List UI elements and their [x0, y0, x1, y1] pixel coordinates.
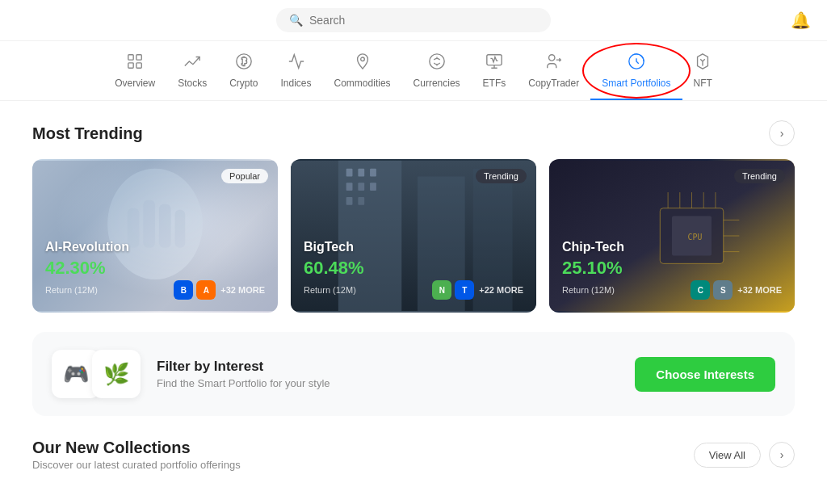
- nav-label-etfs: ETFs: [483, 78, 506, 89]
- card-name-bigtech: BigTech: [304, 240, 523, 254]
- filter-icon-nature: 🌿: [92, 350, 141, 398]
- card-badge-bigtech: Trending: [476, 169, 527, 183]
- filter-icons: 🎮 🌿: [52, 350, 141, 398]
- card-return-label-ai: Return (12M): [45, 285, 98, 295]
- card-logos-chiptech: C S: [691, 280, 733, 300]
- sidebar-item-indices[interactable]: Indices: [270, 48, 323, 94]
- filter-title: Filter by Interest: [157, 359, 619, 375]
- nav-label-crypto: Crypto: [229, 78, 258, 89]
- card-bigtech[interactable]: Trending BigTech 60.48% Return (12M) N T…: [291, 159, 536, 313]
- filter-interest-banner: 🎮 🌿 Filter by Interest Find the Smart Po…: [32, 332, 795, 416]
- card-more-chiptech: +32 MORE: [737, 285, 782, 295]
- logo-box: B: [174, 280, 193, 300]
- trending-cards-row: Popular AI-Revolution 42.30% Return (12M…: [32, 159, 795, 313]
- sidebar-item-nft[interactable]: NFT: [682, 48, 724, 94]
- svg-rect-3: [136, 63, 141, 68]
- sidebar-item-etfs[interactable]: ETFs: [472, 48, 518, 94]
- collections-text: Our New Collections Discover our latest …: [32, 439, 241, 471]
- sidebar-item-stocks[interactable]: Stocks: [166, 48, 218, 94]
- filter-text: Filter by Interest Find the Smart Portfo…: [157, 359, 619, 389]
- sidebar-item-overview[interactable]: Overview: [103, 48, 166, 94]
- overview-icon: [126, 52, 144, 74]
- logo-chip1: C: [691, 280, 710, 300]
- search-bar[interactable]: 🔍: [276, 8, 551, 32]
- card-chiptech-content: Trending Chip-Tech 25.10% Return (12M) C…: [549, 159, 795, 313]
- svg-rect-2: [128, 63, 133, 68]
- nav-label-smart-portfolios: Smart Portfolios: [602, 78, 670, 89]
- new-collections-header: Our New Collections Discover our latest …: [32, 439, 795, 471]
- card-name-chiptech: Chip-Tech: [562, 240, 782, 254]
- trending-next-button[interactable]: ›: [769, 120, 795, 146]
- sidebar-item-crypto[interactable]: Crypto: [218, 48, 269, 94]
- nav-label-copytrader: CopyTrader: [528, 78, 579, 89]
- smart-portfolios-icon: [628, 52, 645, 74]
- card-footer-chiptech: Return (12M) C S +32 MORE: [562, 280, 782, 300]
- crypto-icon: [235, 52, 253, 74]
- sidebar-item-currencies[interactable]: Currencies: [402, 48, 472, 94]
- logo-chip2: S: [713, 280, 733, 300]
- card-ai-content: Popular AI-Revolution 42.30% Return (12M…: [32, 159, 278, 313]
- card-badge-popular: Popular: [221, 169, 268, 183]
- copytrader-icon: [545, 52, 563, 74]
- card-return-label-bigtech: Return (12M): [304, 285, 356, 295]
- nav-label-commodities: Commodities: [334, 78, 391, 89]
- section-title-trending: Most Trending: [32, 124, 143, 143]
- logo-ai2: A: [196, 280, 216, 300]
- card-bigtech-content: Trending BigTech 60.48% Return (12M) N T…: [291, 159, 536, 313]
- stocks-icon: [183, 52, 201, 74]
- bell-icon[interactable]: 🔔: [791, 10, 811, 30]
- card-name-ai: AI-Revolution: [45, 240, 265, 254]
- svg-point-6: [548, 55, 554, 61]
- sidebar-item-commodities[interactable]: Commodities: [323, 48, 402, 94]
- nft-icon: [694, 52, 712, 74]
- search-icon: 🔍: [289, 14, 303, 27]
- card-chiptech[interactable]: CPU Trending Chip-Tech 25.10% Return (12…: [549, 159, 795, 313]
- commodities-icon: [354, 52, 372, 74]
- search-input[interactable]: [309, 14, 538, 27]
- etfs-icon: [485, 52, 503, 74]
- card-return-bigtech: 60.48%: [304, 258, 523, 279]
- card-ai-revolution[interactable]: Popular AI-Revolution 42.30% Return (12M…: [32, 159, 278, 313]
- svg-rect-0: [128, 55, 133, 60]
- logo-bigtech2: T: [455, 280, 474, 300]
- filter-subtitle: Find the Smart Portfolio for your style: [157, 377, 619, 389]
- sidebar-item-copytrader[interactable]: CopyTrader: [517, 48, 590, 94]
- collections-title: Our New Collections: [32, 439, 241, 457]
- view-all-button[interactable]: View All: [694, 443, 761, 468]
- navigation: Overview Stocks Crypto Indices Commoditi…: [0, 41, 827, 101]
- svg-point-4: [429, 54, 443, 69]
- collections-actions: View All ›: [694, 442, 795, 468]
- card-return-ai: 42.30%: [45, 258, 265, 279]
- logo-nvidia: N: [432, 280, 451, 300]
- card-badge-chiptech: Trending: [734, 169, 785, 183]
- currencies-icon: [428, 52, 446, 74]
- most-trending-header: Most Trending ›: [32, 120, 795, 146]
- nav-label-overview: Overview: [115, 78, 155, 89]
- choose-interests-button[interactable]: Choose Interests: [635, 357, 775, 392]
- card-logos-ai: B A: [174, 280, 216, 300]
- collections-next-button[interactable]: ›: [769, 442, 795, 468]
- card-logos-bigtech: N T: [432, 280, 474, 300]
- indices-icon: [288, 52, 305, 74]
- nav-label-currencies: Currencies: [414, 78, 460, 89]
- nav-label-indices: Indices: [281, 78, 312, 89]
- nav-label-nft: NFT: [694, 78, 712, 89]
- card-more-ai: +32 MORE: [220, 285, 265, 295]
- card-footer-ai: Return (12M) B A +32 MORE: [45, 280, 265, 300]
- sidebar-item-smart-portfolios[interactable]: Smart Portfolios: [590, 48, 682, 94]
- collections-subtitle: Discover our latest curated portfolio of…: [32, 459, 241, 471]
- card-footer-bigtech: Return (12M) N T +22 MORE: [304, 280, 523, 300]
- main-content: Most Trending › Popular AI-Revolution: [0, 101, 827, 490]
- card-more-bigtech: +22 MORE: [479, 285, 523, 295]
- card-return-chiptech: 25.10%: [562, 258, 782, 279]
- nav-label-stocks: Stocks: [178, 78, 207, 89]
- svg-rect-1: [136, 55, 141, 60]
- header: 🔍 🔔: [0, 0, 827, 41]
- card-return-label-chiptech: Return (12M): [562, 285, 615, 295]
